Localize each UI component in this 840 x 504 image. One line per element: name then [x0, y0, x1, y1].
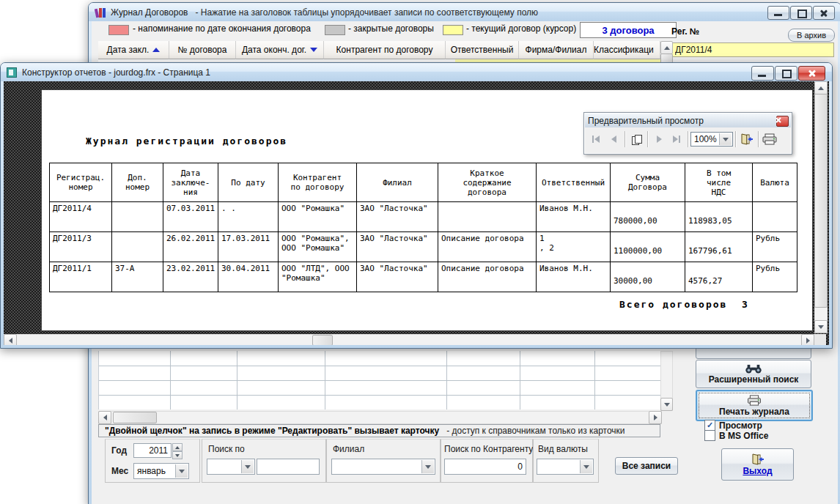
report-col-summary: Краткое содержание договора: [438, 163, 537, 202]
search-by-combobox[interactable]: [207, 459, 255, 475]
report-col-currency: Валюта: [753, 163, 797, 202]
column-header-date-start[interactable]: Дата закл.: [98, 41, 169, 59]
grid-scroll-up-button[interactable]: [660, 41, 673, 54]
previous-page-button[interactable]: [605, 131, 622, 147]
legend-closed-swatch: [325, 25, 345, 35]
zoom-dropdown-button[interactable]: [719, 133, 732, 145]
column-header-number[interactable]: № договора: [169, 41, 236, 59]
legend-closed-label: - закрытые договоры: [348, 23, 434, 34]
preview-hscroll-thumb[interactable]: [312, 335, 333, 345]
zoom-value: 100%: [694, 134, 717, 144]
column-header-firm[interactable]: Фирма/Филиал: [519, 41, 594, 59]
exit-button[interactable]: Выход: [721, 448, 794, 481]
chevron-down-icon: [179, 470, 185, 473]
zoom-combobox[interactable]: 100%: [690, 132, 733, 147]
column-header-contractor[interactable]: Контрагент по договору: [324, 41, 446, 59]
report-table: Регистрац. номер Доп. номер Дата заключе…: [49, 163, 797, 292]
grid-hscrollbar[interactable]: [98, 411, 662, 424]
report-col-contractor: Контрагент по договору: [279, 163, 357, 202]
preview-close-button[interactable]: [798, 66, 825, 81]
grid-scroll-down-button[interactable]: [660, 398, 673, 411]
chevron-down-icon: [583, 465, 589, 469]
next-page-button[interactable]: [650, 131, 668, 147]
contracts-count-badge: 3 договора: [580, 22, 677, 38]
search-by-dropdown-button[interactable]: [241, 460, 254, 473]
preview-checkbox-label: Просмотр: [719, 420, 762, 431]
preview-checkbox[interactable]: ✓ Просмотр: [704, 420, 762, 431]
preview-scroll-up-button[interactable]: [814, 81, 828, 94]
contracts-grid-body[interactable]: [98, 351, 661, 410]
grid-hscroll-thumb[interactable]: [113, 412, 157, 423]
search-by-input[interactable]: [257, 459, 320, 475]
year-spinner[interactable]: [172, 443, 183, 459]
archive-button[interactable]: В архив: [788, 29, 835, 42]
legend-current-label: - текущий договор (курсор): [466, 23, 576, 34]
currency-dropdown-button[interactable]: [580, 460, 592, 473]
copy-pages-icon[interactable]: [627, 131, 645, 147]
preview-scroll-right-button[interactable]: [801, 334, 814, 345]
currency-panel: Вид валюты: [533, 439, 599, 483]
spin-up-icon: [175, 446, 180, 449]
toolbar-separator: [688, 131, 688, 147]
journal-close-button[interactable]: [813, 6, 835, 20]
column-header-date-end[interactable]: Дата оконч. дог.: [236, 41, 324, 59]
report-col-datestart: Дата заключе- ния: [163, 163, 218, 202]
column-header-classification[interactable]: Классификаци: [594, 41, 660, 59]
all-records-button[interactable]: Все записи: [615, 457, 678, 475]
printer-icon: [747, 395, 762, 406]
advanced-search-button[interactable]: Расширенный поиск: [696, 360, 811, 388]
year-field[interactable]: [133, 443, 172, 458]
report-col-regnum: Регистрац. номер: [50, 163, 112, 202]
report-icon: [7, 67, 17, 78]
preview-toolbar: Предварительный просмотр 100%: [583, 112, 792, 155]
report-preview-window: Конструктор отчетов - jourdog.frx - Стра…: [0, 62, 833, 349]
preview-titlebar[interactable]: Конструктор отчетов - jourdog.frx - Стра…: [1, 63, 832, 81]
report-col-addnum: Доп. номер: [112, 163, 163, 202]
branch-combobox[interactable]: [331, 459, 435, 475]
column-header-responsible[interactable]: Ответственный: [446, 41, 519, 59]
exit-button-label: Выход: [743, 466, 772, 476]
report-row-1: ДГ2011/4 07.03.2011 . . ООО "Ромашка" ЗА…: [50, 202, 797, 232]
grid-scroll-left-button[interactable]: [98, 411, 111, 424]
print-journal-button[interactable]: Печать журнала: [696, 390, 813, 421]
contractor-search-panel: Поиск по Контрагенту: [441, 439, 533, 483]
currency-label: Вид валюты: [538, 444, 588, 454]
preview-vscroll-thumb[interactable]: [814, 94, 828, 308]
branch-label: Филиал: [333, 444, 364, 454]
preview-toolbar-buttons: 100%: [587, 130, 789, 148]
legend-current-swatch: [443, 25, 463, 35]
branch-dropdown-button[interactable]: [421, 460, 434, 473]
year-label: Год: [111, 445, 127, 456]
journal-title: Журнал Договоров: [111, 7, 188, 18]
close-preview-door-button[interactable]: [738, 131, 756, 147]
preview-title: Конструктор отчетов - jourdog.frx - Стра…: [22, 67, 210, 78]
legend-reminder-label: - напоминание по дате окончания договора: [133, 23, 311, 34]
status-bar-main: "Двойной щелчок" на запись в режиме "Ред…: [105, 426, 439, 436]
preview-scroll-down-button[interactable]: [814, 320, 828, 333]
reg-number-field[interactable]: [671, 42, 834, 57]
report-title: Журнал регистрации договоров: [86, 136, 287, 147]
msoffice-checkbox[interactable]: В MS Office: [704, 430, 768, 441]
journal-app-icon: [95, 7, 106, 18]
preview-maximize-button[interactable]: [775, 66, 797, 81]
checkbox-unchecked-icon: [704, 430, 715, 441]
preview-hscrollbar[interactable]: [4, 334, 814, 345]
preview-scroll-left-button[interactable]: [4, 334, 17, 345]
preview-toolbar-close-button[interactable]: [776, 116, 789, 127]
journal-minimize-button[interactable]: [767, 6, 789, 20]
preview-toolbar-titlebar[interactable]: Предварительный просмотр: [585, 114, 791, 127]
month-combobox[interactable]: январь: [133, 463, 189, 479]
preview-minimize-button[interactable]: [751, 66, 774, 81]
month-dropdown-button[interactable]: [175, 464, 188, 478]
journal-maximize-button[interactable]: [790, 6, 812, 20]
toolbar-separator: [647, 131, 648, 147]
grid-scroll-right-button[interactable]: [649, 411, 662, 424]
report-col-vat: В том числе НДС: [685, 163, 753, 202]
currency-combobox[interactable]: [537, 459, 594, 475]
journal-titlebar[interactable]: Журнал Договоров - Нажатие на заголовок …: [89, 3, 840, 21]
contractor-search-input[interactable]: [444, 459, 526, 475]
print-button-toolbar[interactable]: [761, 131, 778, 147]
last-page-button[interactable]: [668, 131, 685, 147]
first-page-button[interactable]: [587, 131, 605, 147]
toolbar-separator: [758, 131, 759, 147]
